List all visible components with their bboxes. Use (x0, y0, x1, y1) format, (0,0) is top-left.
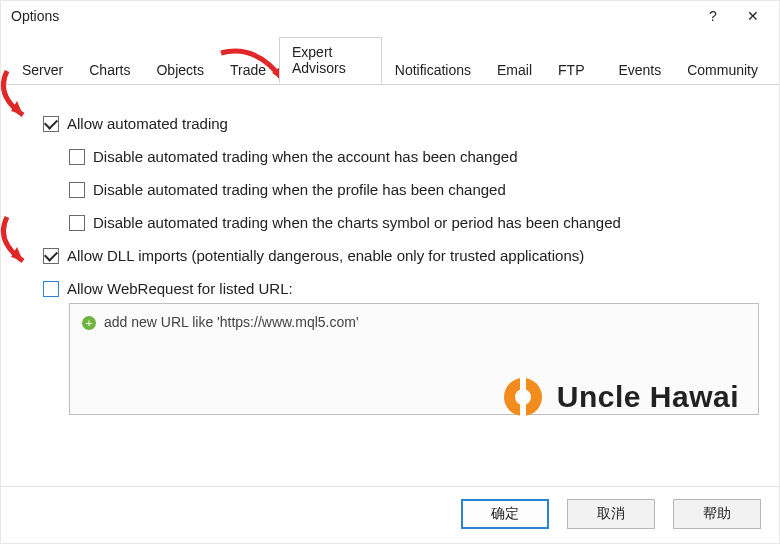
checkbox-disable-profile[interactable] (69, 182, 85, 198)
tab-ftp[interactable]: FTP (545, 55, 597, 84)
tab-content: Allow automated trading Disable automate… (1, 85, 779, 486)
checkbox-allow-dll[interactable] (43, 248, 59, 264)
checkbox-disable-account[interactable] (69, 149, 85, 165)
tab-community[interactable]: Community (674, 55, 771, 84)
ok-button[interactable]: 确定 (461, 499, 549, 529)
opt-allow-automated[interactable]: Allow automated trading (43, 115, 759, 132)
checkbox-disable-symbol[interactable] (69, 215, 85, 231)
titlebar: Options ? ✕ (1, 1, 779, 31)
tab-email[interactable]: Email (484, 55, 545, 84)
close-button[interactable]: ✕ (733, 2, 773, 30)
checkbox-allow-automated[interactable] (43, 116, 59, 132)
help-button[interactable]: ? (693, 2, 733, 30)
options-window: Options ? ✕ Server Charts Objects Trade … (0, 0, 780, 544)
opt-label: Disable automated trading when the chart… (93, 214, 621, 231)
opt-disable-symbol[interactable]: Disable automated trading when the chart… (69, 214, 759, 231)
opt-label: Disable automated trading when the profi… (93, 181, 506, 198)
tabs-bar: Server Charts Objects Trade Expert Advis… (1, 31, 779, 85)
tab-trade[interactable]: Trade (217, 55, 279, 84)
opt-disable-account[interactable]: Disable automated trading when the accou… (69, 148, 759, 165)
url-hint: add new URL like 'https://www.mql5.com' (104, 314, 359, 330)
tab-server[interactable]: Server (9, 55, 76, 84)
help-dialog-button[interactable]: 帮助 (673, 499, 761, 529)
opt-label: Allow WebRequest for listed URL: (67, 280, 293, 297)
opt-label: Disable automated trading when the accou… (93, 148, 517, 165)
opt-allow-dll[interactable]: Allow DLL imports (potentially dangerous… (43, 247, 759, 264)
window-title: Options (11, 8, 693, 24)
tab-expert-advisors[interactable]: Expert Advisors (279, 37, 382, 84)
add-icon: + (82, 316, 96, 330)
tab-charts[interactable]: Charts (76, 55, 143, 84)
url-list[interactable]: + add new URL like 'https://www.mql5.com… (69, 303, 759, 415)
tab-events[interactable]: Events (605, 55, 674, 84)
tab-notifications[interactable]: Notifications (382, 55, 484, 84)
close-icon: ✕ (747, 8, 759, 24)
opt-allow-webrequest[interactable]: Allow WebRequest for listed URL: (43, 280, 759, 297)
checkbox-allow-webrequest[interactable] (43, 281, 59, 297)
opt-label: Allow DLL imports (potentially dangerous… (67, 247, 584, 264)
cancel-button[interactable]: 取消 (567, 499, 655, 529)
opt-disable-profile[interactable]: Disable automated trading when the profi… (69, 181, 759, 198)
question-icon: ? (709, 8, 717, 24)
dialog-buttons: 确定 取消 帮助 (1, 486, 779, 543)
annotation-arrow-dll (0, 213, 43, 273)
opt-label: Allow automated trading (67, 115, 228, 132)
tab-objects[interactable]: Objects (143, 55, 216, 84)
